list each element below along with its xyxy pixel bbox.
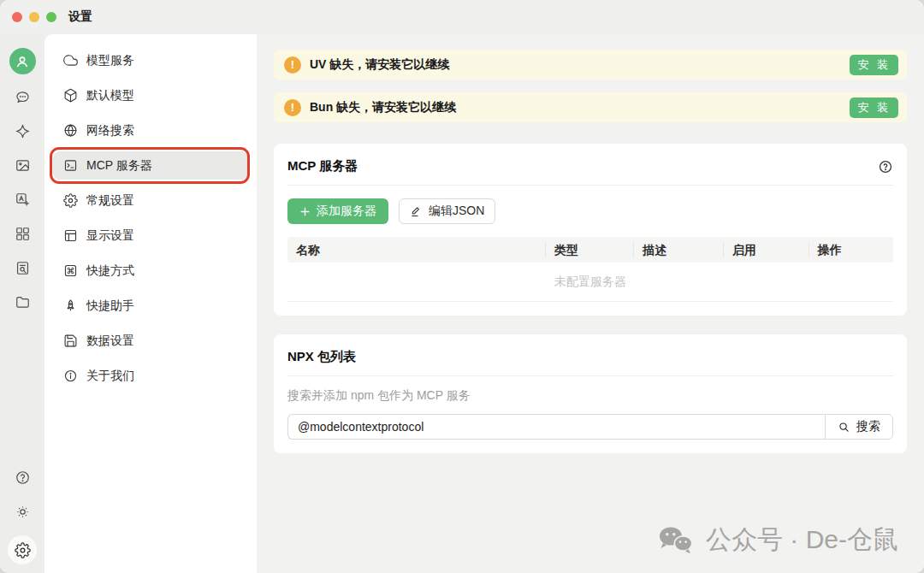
column-header-type: 类型 — [545, 242, 633, 257]
sidebar-item-model-services[interactable]: 模型服务 — [53, 46, 248, 74]
column-header-description: 描述 — [633, 242, 723, 257]
sidebar-item-label: 关于我们 — [86, 369, 134, 384]
settings-sidebar: 模型服务 默认模型 网络搜索 MCP 服务器 — [44, 34, 257, 573]
npm-search-button[interactable]: 搜索 — [825, 414, 893, 440]
terminal-icon — [63, 158, 78, 173]
cloud-icon — [63, 53, 78, 68]
sidebar-item-label: 显示设置 — [86, 228, 134, 244]
divider — [287, 185, 893, 186]
sidebar-item-mcp-servers[interactable]: MCP 服务器 — [53, 151, 248, 180]
sidebar-item-label: 快捷助手 — [86, 298, 134, 314]
sidebar-item-data-settings[interactable]: 数据设置 — [53, 327, 248, 355]
add-server-button[interactable]: 添加服务器 — [287, 198, 388, 224]
sidebar-item-general-settings[interactable]: 常规设置 — [53, 186, 248, 215]
close-window-button[interactable] — [12, 12, 22, 22]
plus-icon — [299, 206, 311, 217]
banner-message: Bun 缺失，请安装它以继续 — [310, 100, 456, 115]
titlebar: 设置 — [0, 0, 924, 34]
traffic-lights — [12, 12, 56, 22]
rocket-icon — [63, 298, 78, 313]
sidebar-item-label: 数据设置 — [86, 334, 134, 349]
warning-icon: ! — [284, 56, 301, 74]
main-content: ! UV 缺失，请安装它以继续 安 装 ! Bun 缺失，请安装它以继续 安 装… — [257, 34, 924, 573]
warning-icon: ! — [284, 99, 301, 116]
settings-gear-button[interactable] — [8, 535, 37, 564]
window-title: 设置 — [68, 9, 92, 25]
magnifier-icon — [838, 421, 850, 434]
sidebar-item-web-search[interactable]: 网络搜索 — [53, 116, 248, 145]
column-header-enable: 启用 — [723, 242, 808, 257]
pencil-icon — [410, 205, 423, 218]
divider — [287, 375, 893, 376]
servers-table: 名称 类型 描述 启用 操作 未配置服务器 — [287, 237, 893, 302]
watermark: 公众号 · De-仓鼠 — [274, 523, 907, 573]
sidebar-item-about-us[interactable]: 关于我们 — [53, 362, 248, 390]
translate-icon[interactable] — [0, 182, 44, 216]
chat-icon[interactable] — [0, 80, 44, 114]
bun-missing-banner: ! Bun 缺失，请安装它以继续 安 装 — [274, 92, 907, 122]
command-icon — [63, 263, 78, 278]
banner-message: UV 缺失，请安装它以继续 — [310, 57, 449, 73]
sidebar-item-label: 默认模型 — [86, 88, 134, 103]
help-icon[interactable] — [0, 460, 44, 494]
mcp-card-title: MCP 服务器 — [287, 158, 358, 174]
sidebar-item-label: 快捷方式 — [86, 263, 134, 279]
globe-icon — [63, 123, 78, 138]
save-icon — [63, 334, 78, 348]
app-body: 模型服务 默认模型 网络搜索 MCP 服务器 — [0, 34, 924, 573]
layout-icon — [63, 228, 78, 243]
column-header-name: 名称 — [287, 242, 545, 257]
sidebar-item-label: MCP 服务器 — [86, 158, 152, 174]
image-icon[interactable] — [0, 148, 44, 182]
settings-window: 设置 — [0, 0, 924, 573]
sidebar-item-quick-assistant[interactable]: 快捷助手 — [53, 292, 248, 320]
sidebar-item-label: 网络搜索 — [86, 123, 134, 139]
sidebar-item-display-settings[interactable]: 显示设置 — [53, 222, 248, 250]
npx-packages-card: NPX 包列表 搜索并添加 npm 包作为 MCP 服务 搜索 — [274, 334, 907, 453]
gear-icon — [63, 193, 78, 208]
npx-description: 搜索并添加 npm 包作为 MCP 服务 — [287, 388, 893, 404]
mcp-servers-card: MCP 服务器 添加服务器 — [274, 144, 907, 316]
sidebar-item-shortcuts[interactable]: 快捷方式 — [53, 257, 248, 285]
sidebar-item-default-models[interactable]: 默认模型 — [53, 81, 248, 109]
install-uv-button[interactable]: 安 装 — [850, 55, 898, 75]
sidebar-item-label: 常规设置 — [86, 193, 134, 209]
npx-card-title: NPX 包列表 — [287, 349, 356, 365]
minimize-window-button[interactable] — [29, 12, 39, 22]
apps-grid-icon[interactable] — [0, 216, 44, 251]
person-icon — [14, 53, 31, 70]
watermark-text: 公众号 · De-仓鼠 — [706, 523, 898, 558]
package-icon — [63, 88, 78, 103]
npm-search-group: 搜索 — [287, 414, 893, 440]
question-circle-icon — [878, 159, 893, 174]
info-icon — [63, 369, 78, 383]
table-header-row: 名称 类型 描述 启用 操作 — [287, 237, 893, 263]
maximize-window-button[interactable] — [46, 12, 56, 22]
sidebar-item-label: 模型服务 — [86, 53, 134, 68]
gear-icon — [15, 542, 31, 558]
sparkle-icon[interactable] — [0, 114, 44, 148]
install-bun-button[interactable]: 安 装 — [850, 97, 898, 118]
theme-toggle-icon[interactable] — [0, 494, 44, 529]
uv-missing-banner: ! UV 缺失，请安装它以继续 安 装 — [274, 50, 907, 80]
edit-json-button[interactable]: 编辑JSON — [399, 198, 495, 224]
mcp-help-button[interactable] — [878, 159, 893, 174]
column-header-operations: 操作 — [808, 242, 893, 257]
empty-state-text: 未配置服务器 — [287, 263, 893, 302]
wechat-icon — [657, 525, 695, 556]
folder-icon[interactable] — [0, 285, 44, 319]
document-search-icon[interactable] — [0, 251, 44, 285]
icon-rail — [0, 34, 44, 573]
npm-search-input[interactable] — [287, 414, 825, 440]
user-avatar[interactable] — [9, 48, 36, 74]
